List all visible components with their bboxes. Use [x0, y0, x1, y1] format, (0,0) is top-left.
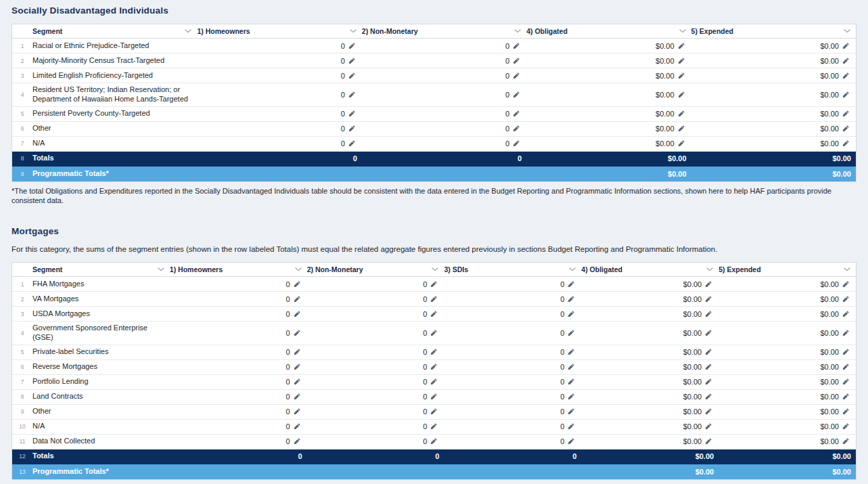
edit-pencil-icon[interactable] — [705, 423, 712, 430]
cell-value[interactable]: 0 — [170, 435, 307, 449]
cell-value[interactable]: $0.00 — [718, 277, 856, 291]
edit-pencil-icon[interactable] — [430, 378, 437, 385]
edit-pencil-icon[interactable] — [705, 364, 712, 370]
edit-pencil-icon[interactable] — [568, 438, 574, 445]
edit-pencil-icon[interactable] — [348, 72, 355, 79]
edit-pencil-icon[interactable] — [842, 296, 849, 303]
edit-pencil-icon[interactable] — [842, 72, 849, 79]
edit-pencil-icon[interactable] — [678, 91, 685, 98]
cell-value[interactable]: 0 — [307, 405, 444, 419]
cell-value[interactable]: 0 — [307, 307, 444, 321]
cell-value[interactable]: $0.00 — [581, 390, 718, 404]
edit-pencil-icon[interactable] — [842, 125, 849, 132]
edit-pencil-icon[interactable] — [568, 423, 574, 430]
edit-pencil-icon[interactable] — [294, 378, 300, 385]
column-header-segment[interactable]: Segment — [32, 24, 197, 38]
column-header-5-expended[interactable]: 5) Expended — [718, 263, 856, 276]
cell-value[interactable]: 0 — [170, 277, 307, 291]
edit-pencil-icon[interactable] — [705, 378, 712, 385]
column-header-4-obligated[interactable]: 4) Obligated — [526, 24, 691, 38]
chevron-down-icon[interactable] — [569, 267, 576, 271]
edit-pencil-icon[interactable] — [568, 296, 574, 303]
cell-value[interactable]: 0 — [170, 345, 307, 359]
edit-pencil-icon[interactable] — [705, 311, 712, 317]
edit-pencil-icon[interactable] — [430, 423, 437, 430]
cell-value[interactable]: 0 — [197, 83, 361, 106]
cell-value[interactable]: 0 — [170, 390, 307, 404]
cell-value[interactable]: 0 — [197, 39, 361, 53]
column-header-2-non-monetary[interactable]: 2) Non-Monetary — [362, 24, 526, 38]
cell-value[interactable]: $0.00 — [718, 322, 856, 345]
column-header-3-sdis[interactable]: 3) SDIs — [444, 263, 581, 276]
edit-pencil-icon[interactable] — [705, 330, 712, 336]
cell-value[interactable]: $0.00 — [691, 68, 856, 83]
cell-value[interactable]: $0.00 — [718, 420, 856, 434]
edit-pencil-icon[interactable] — [348, 43, 355, 49]
cell-value[interactable]: $0.00 — [718, 435, 856, 449]
cell-value[interactable]: 0 — [444, 390, 581, 404]
edit-pencil-icon[interactable] — [430, 408, 437, 415]
cell-value[interactable]: $0.00 — [691, 122, 856, 136]
edit-pencil-icon[interactable] — [705, 438, 712, 445]
cell-value[interactable]: 0 — [444, 435, 581, 449]
cell-value[interactable]: 0 — [307, 420, 444, 434]
cell-value[interactable]: $0.00 — [691, 53, 856, 68]
edit-pencil-icon[interactable] — [294, 311, 300, 317]
cell-value[interactable]: $0.00 — [581, 345, 718, 359]
cell-value[interactable]: $0.00 — [718, 360, 856, 374]
edit-pencil-icon[interactable] — [430, 330, 437, 336]
cell-value[interactable]: $0.00 — [581, 405, 718, 419]
edit-pencil-icon[interactable] — [294, 393, 300, 400]
edit-pencil-icon[interactable] — [348, 140, 355, 147]
cell-value[interactable]: $0.00 — [581, 375, 718, 389]
edit-pencil-icon[interactable] — [430, 438, 437, 445]
edit-pencil-icon[interactable] — [705, 281, 712, 288]
edit-pencil-icon[interactable] — [568, 311, 574, 317]
edit-pencil-icon[interactable] — [842, 58, 849, 64]
edit-pencil-icon[interactable] — [842, 311, 849, 317]
chevron-down-icon[interactable] — [844, 267, 850, 271]
edit-pencil-icon[interactable] — [678, 110, 685, 117]
cell-value[interactable]: 0 — [444, 322, 581, 345]
edit-pencil-icon[interactable] — [678, 140, 685, 147]
edit-pencil-icon[interactable] — [294, 349, 300, 355]
cell-value[interactable]: $0.00 — [581, 322, 718, 345]
cell-value[interactable]: 0 — [307, 375, 444, 389]
cell-value[interactable]: 0 — [307, 277, 444, 291]
cell-value[interactable]: 0 — [362, 107, 526, 121]
cell-value[interactable]: $0.00 — [581, 292, 718, 306]
edit-pencil-icon[interactable] — [513, 43, 520, 49]
edit-pencil-icon[interactable] — [842, 423, 849, 430]
cell-value[interactable]: 0 — [307, 292, 444, 306]
edit-pencil-icon[interactable] — [430, 311, 437, 317]
cell-value[interactable]: 0 — [444, 375, 581, 389]
edit-pencil-icon[interactable] — [678, 58, 685, 64]
edit-pencil-icon[interactable] — [842, 378, 849, 385]
edit-pencil-icon[interactable] — [842, 393, 849, 400]
edit-pencil-icon[interactable] — [842, 364, 849, 370]
chevron-down-icon[interactable] — [158, 267, 164, 271]
cell-value[interactable]: 0 — [170, 292, 307, 306]
chevron-down-icon[interactable] — [350, 29, 357, 33]
chevron-down-icon[interactable] — [679, 29, 686, 33]
cell-value[interactable]: 0 — [362, 39, 526, 53]
edit-pencil-icon[interactable] — [294, 438, 300, 445]
edit-pencil-icon[interactable] — [842, 110, 849, 117]
column-header-2-non-monetary[interactable]: 2) Non-Monetary — [307, 263, 444, 276]
edit-pencil-icon[interactable] — [705, 349, 712, 355]
edit-pencil-icon[interactable] — [430, 393, 437, 400]
edit-pencil-icon[interactable] — [678, 43, 685, 49]
cell-value[interactable]: $0.00 — [581, 420, 718, 434]
cell-value[interactable]: $0.00 — [718, 307, 856, 321]
edit-pencil-icon[interactable] — [842, 140, 849, 147]
cell-value[interactable]: $0.00 — [718, 405, 856, 419]
edit-pencil-icon[interactable] — [568, 349, 574, 355]
edit-pencil-icon[interactable] — [430, 364, 437, 370]
edit-pencil-icon[interactable] — [513, 58, 520, 64]
cell-value[interactable]: 0 — [170, 322, 307, 345]
chevron-down-icon[interactable] — [706, 267, 713, 271]
edit-pencil-icon[interactable] — [348, 91, 355, 98]
cell-value[interactable]: 0 — [170, 375, 307, 389]
cell-value[interactable]: $0.00 — [691, 39, 856, 53]
cell-value[interactable]: $0.00 — [526, 53, 691, 68]
